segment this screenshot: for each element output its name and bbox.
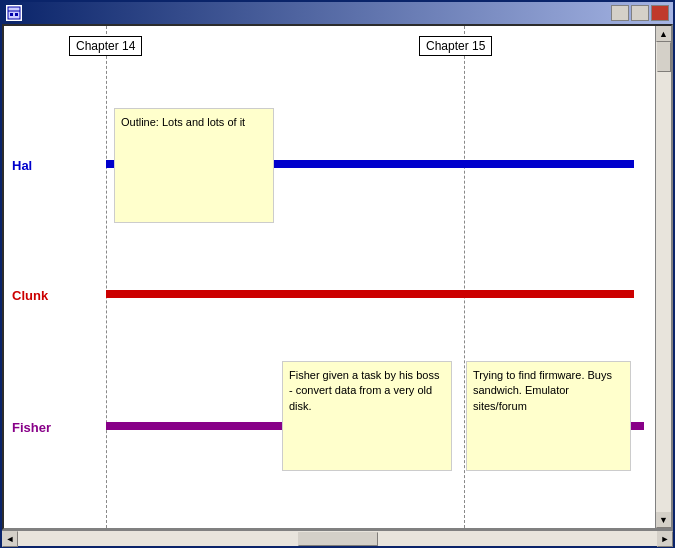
scroll-thumb-v[interactable] [657, 42, 671, 72]
sticky-note-2[interactable]: Fisher given a task by his boss - conver… [282, 361, 452, 471]
chapter-label-2: Chapter 15 [419, 36, 492, 56]
content-area: Chapter 14Chapter 15HalClunkFisherOutlin… [4, 26, 655, 528]
svg-rect-3 [15, 13, 18, 16]
dashed-line-1 [106, 26, 107, 528]
scroll-track-h[interactable] [18, 531, 657, 546]
main-window: Chapter 14Chapter 15HalClunkFisherOutlin… [0, 0, 675, 548]
dashed-line-2 [464, 26, 465, 528]
minimize-button[interactable] [611, 5, 629, 21]
scroll-left-button[interactable]: ◄ [2, 531, 18, 547]
scroll-up-button[interactable]: ▲ [656, 26, 672, 42]
character-label-clunk: Clunk [12, 288, 48, 303]
chapter-label-1: Chapter 14 [69, 36, 142, 56]
canvas: Chapter 14Chapter 15HalClunkFisherOutlin… [4, 26, 655, 528]
window-controls [611, 5, 669, 21]
sticky-note-1[interactable]: Outline: Lots and lots of it [114, 108, 274, 223]
timeline-bar-clunk [106, 290, 634, 298]
close-button[interactable] [651, 5, 669, 21]
scroll-thumb-h[interactable] [298, 532, 378, 546]
scroll-right-button[interactable]: ► [657, 531, 673, 547]
svg-rect-2 [10, 13, 13, 16]
character-label-fisher: Fisher [12, 420, 51, 435]
bottom-bar: ◄ ► [2, 530, 673, 546]
character-label-hal: Hal [12, 158, 32, 173]
svg-rect-0 [8, 7, 20, 19]
sticky-note-3[interactable]: Trying to find firmware. Buys sandwich. … [466, 361, 631, 471]
app-icon [6, 5, 22, 21]
scroll-track-v[interactable] [656, 42, 671, 512]
vertical-scrollbar: ▲ ▼ [655, 26, 671, 528]
title-bar [2, 2, 673, 24]
scroll-down-button[interactable]: ▼ [656, 512, 672, 528]
main-area: Chapter 14Chapter 15HalClunkFisherOutlin… [2, 24, 673, 530]
maximize-button[interactable] [631, 5, 649, 21]
